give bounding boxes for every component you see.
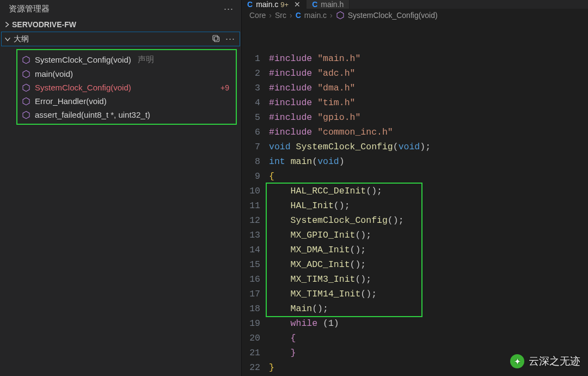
code-line[interactable]: 7void SystemClock_Config(void); (246, 140, 588, 154)
code-line[interactable]: 2#include "adc.h" (246, 66, 588, 81)
line-number: 18 (246, 301, 269, 316)
outline-header[interactable]: 大纲 ··· (1, 32, 240, 46)
line-number: 16 (246, 272, 269, 287)
line-number: 10 (246, 184, 269, 198)
outline-item[interactable]: Error_Handler(void) (17, 94, 236, 108)
line-number: 14 (246, 242, 269, 257)
tab-active[interactable]: Cmain.c9+✕ (242, 0, 307, 9)
tab-bar: Cmain.c9+✕Cmain.h (242, 0, 588, 9)
code-line[interactable]: 5#include "gpio.h" (246, 110, 588, 125)
line-number: 5 (246, 110, 269, 125)
wechat-icon: ✦ (510, 354, 524, 368)
outline-more-icon[interactable]: ··· (225, 33, 235, 45)
line-number: 3 (246, 81, 269, 95)
breadcrumb-part[interactable]: Src (275, 11, 286, 20)
line-number: 17 (246, 287, 269, 301)
collapse-all-icon[interactable] (211, 34, 220, 45)
code-line[interactable]: 3#include "dma.h" (246, 81, 588, 95)
code-line[interactable]: 16 MX_TIM3_Init(); (246, 272, 588, 287)
outline-item[interactable]: SystemClock_Config(void)+9 (17, 81, 236, 94)
outline-item-badge: +9 (220, 83, 231, 92)
line-number: 1 (246, 51, 269, 66)
editor-area: Cmain.c9+✕Cmain.h Core › Src › C main.c … (242, 0, 588, 376)
chevron-right-icon: › (290, 11, 292, 20)
code-line[interactable]: 4#include "tim.h" (246, 95, 588, 110)
tab-dirty-indicator: 9+ (280, 1, 289, 9)
line-number: 11 (246, 198, 269, 213)
code-line[interactable]: 15 MX_ADC_Init(); (246, 257, 588, 272)
c-file-icon: C (296, 11, 301, 20)
chevron-right-icon: › (330, 11, 333, 20)
outline-item-label: assert_failed(uint8_t *, uint32_t) (35, 110, 150, 119)
code-line[interactable]: 14 MX_DMA_Init(); (246, 242, 588, 257)
code-line[interactable]: 13 MX_GPIO_Init(); (246, 228, 588, 242)
chevron-right-icon (2, 21, 12, 28)
outline-item[interactable]: SystemClock_Config(void)声明 (17, 52, 236, 67)
close-icon[interactable]: ✕ (294, 0, 301, 9)
tab-label: main.c (256, 0, 278, 9)
outline-item-label: Error_Handler(void) (35, 96, 107, 106)
line-number: 15 (246, 257, 269, 272)
code-editor[interactable]: 1#include "main.h"2#include "adc.h"3#inc… (242, 22, 588, 376)
code-line[interactable]: 1#include "main.h" (246, 51, 588, 66)
line-number: 22 (246, 360, 269, 375)
symbol-icon (336, 11, 345, 20)
svg-rect-0 (213, 35, 218, 40)
chevron-right-icon: › (269, 11, 272, 20)
code-line[interactable]: 19 while (1) (246, 316, 588, 331)
outline-item-label: SystemClock_Config(void) (35, 83, 131, 92)
line-number: 6 (246, 125, 269, 140)
code-line[interactable]: 20 { (246, 331, 588, 345)
outline-item-label: SystemClock_Config(void) (35, 55, 131, 64)
breadcrumb-part[interactable]: Core (249, 11, 266, 20)
code-line[interactable]: 8int main(void) (246, 154, 588, 169)
explorer-header: 资源管理器 ··· (0, 0, 241, 18)
code-line[interactable]: 10 HAL_RCC_DeInit(); (246, 184, 588, 198)
symbol-method-icon (22, 56, 30, 64)
tab-label: main.h (321, 0, 344, 9)
explorer-more-icon[interactable]: ··· (224, 3, 234, 15)
line-number: 2 (246, 66, 269, 81)
explorer-title: 资源管理器 (9, 4, 50, 14)
line-number: 13 (246, 228, 269, 242)
breadcrumb-file[interactable]: main.c (304, 11, 327, 20)
workspace-name: SERVODRIVE-FW (12, 20, 76, 29)
svg-rect-1 (214, 37, 219, 41)
symbol-method-icon (22, 111, 30, 119)
c-file-icon: C (247, 0, 253, 9)
line-number: 21 (246, 345, 269, 360)
outline-item[interactable]: assert_failed(uint8_t *, uint32_t) (17, 108, 236, 122)
workspace-row[interactable]: SERVODRIVE-FW (0, 18, 241, 31)
line-number: 20 (246, 331, 269, 345)
symbol-method-icon (22, 97, 30, 106)
symbol-method-icon (22, 83, 30, 92)
line-number: 7 (246, 140, 269, 154)
code-line[interactable]: 9{ (246, 169, 588, 184)
c-file-icon: C (312, 0, 317, 9)
outline-item-label: main(void) (35, 69, 73, 78)
watermark-text: 云深之无迹 (529, 354, 580, 368)
line-number: 19 (246, 316, 269, 331)
code-line[interactable]: 18 Main(); (246, 301, 588, 316)
tab[interactable]: Cmain.h (307, 0, 350, 9)
line-number: 8 (246, 154, 269, 169)
breadcrumb-symbol[interactable]: SystemClock_Config(void) (348, 11, 438, 20)
watermark: ✦ 云深之无迹 (510, 354, 580, 368)
code-line[interactable]: 17 MX_TIM14_Init(); (246, 287, 588, 301)
code-line[interactable]: 6#include "common_inc.h" (246, 125, 588, 140)
outline-item[interactable]: main(void) (17, 67, 236, 81)
outline-body: SystemClock_Config(void)声明main(void)Syst… (16, 49, 237, 125)
chevron-down-icon (3, 35, 13, 43)
line-number: 12 (246, 213, 269, 228)
explorer-sidebar: 资源管理器 ··· SERVODRIVE-FW 大纲 ··· SystemClo… (0, 0, 242, 376)
code-line[interactable]: 11 HAL_Init(); (246, 198, 588, 213)
outline-title: 大纲 (14, 34, 29, 44)
breadcrumbs[interactable]: Core › Src › C main.c › SystemClock_Conf… (242, 9, 588, 22)
code-line[interactable]: 12 SystemClock_Config(); (246, 213, 588, 228)
line-number: 4 (246, 95, 269, 110)
outline-item-suffix: 声明 (138, 54, 154, 65)
line-number: 9 (246, 169, 269, 184)
symbol-method-icon (22, 70, 30, 78)
